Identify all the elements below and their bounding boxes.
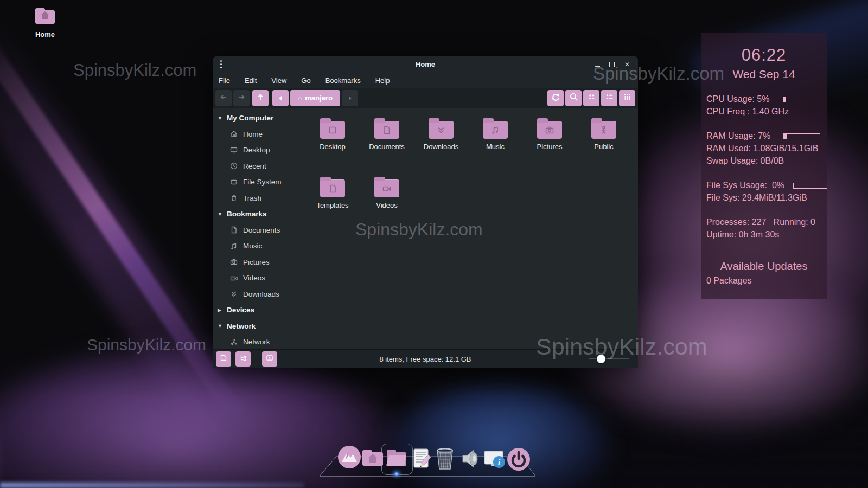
uptime-line: Uptime: 0h 3m 30s <box>706 228 827 241</box>
folder-icon <box>374 179 399 197</box>
desktop-home-shortcut[interactable]: Home <box>25 7 65 38</box>
close-icon[interactable]: ✕ <box>624 61 630 68</box>
menu-go[interactable]: Go <box>299 75 312 86</box>
sidebar-section-network[interactable]: ▼Network <box>213 318 303 335</box>
sidebar-item-desktop[interactable]: Desktop <box>213 142 303 158</box>
crumb-next-button[interactable] <box>342 90 358 106</box>
file-downloads[interactable]: Downloads <box>414 116 468 172</box>
folder-icon <box>537 121 562 139</box>
compact-view-button[interactable] <box>619 90 635 106</box>
home-icon: ⌂ <box>298 94 302 102</box>
home-folder-icon[interactable] <box>361 447 385 471</box>
breadcrumb-manjaro[interactable]: ⌂ manjaro <box>290 90 340 106</box>
file-documents[interactable]: Documents <box>360 116 414 172</box>
list-view-icon <box>605 93 614 103</box>
zoom-slider[interactable] <box>589 358 629 359</box>
menu-view[interactable]: View <box>270 75 288 86</box>
clock-date: Wed Sep 14 <box>701 68 827 81</box>
sidebar-section-devices[interactable]: ▶Devices <box>213 302 303 318</box>
power-icon[interactable] <box>506 447 530 471</box>
breadcrumb-label: manjaro <box>305 94 333 102</box>
forward-button[interactable] <box>233 90 250 106</box>
ram-usage-bar <box>783 133 820 139</box>
sidebar-item-videos[interactable]: Videos <box>213 270 303 286</box>
trash-icon <box>229 194 238 202</box>
list-view-button[interactable] <box>601 90 617 106</box>
music-icon <box>229 242 238 251</box>
up-icon <box>256 93 265 104</box>
trash-icon[interactable] <box>433 447 457 471</box>
file-desktop[interactable]: Desktop <box>305 116 360 172</box>
processes-line: Processes: 227 Running: 0 <box>706 216 827 228</box>
maximize-icon[interactable] <box>609 62 615 67</box>
file-videos[interactable]: Videos <box>360 175 414 231</box>
reload-icon <box>551 92 560 104</box>
fs-usage-bar <box>793 183 827 189</box>
desktop-icon-label: Home <box>25 30 65 38</box>
updates-count: 0 Packages <box>706 276 827 286</box>
system-info-icon[interactable]: i <box>482 447 506 471</box>
filesystem-icon <box>229 178 238 187</box>
sidebar-item-file-system[interactable]: File System <box>213 174 303 190</box>
manjaro-launcher-icon[interactable] <box>337 445 361 468</box>
grid-view-button[interactable] <box>583 90 599 106</box>
sidebar-item-home[interactable]: Home <box>213 126 303 143</box>
reload-button[interactable] <box>547 90 564 106</box>
text-editor-icon[interactable] <box>410 447 433 471</box>
menu-file[interactable]: File <box>217 75 232 86</box>
prev-crumb-icon <box>278 93 283 103</box>
sidebar-section-bookmarks[interactable]: ▼Bookmarks <box>213 206 303 222</box>
sidebar-item-trash[interactable]: Trash <box>213 190 303 207</box>
recent-icon <box>229 162 238 170</box>
sidebar-item-recent[interactable]: Recent <box>213 158 303 175</box>
chevron-right-icon: ▶ <box>218 307 222 313</box>
menu-bookmarks[interactable]: Bookmarks <box>324 75 362 86</box>
up-button[interactable] <box>252 90 269 106</box>
updates-title: Available Updates <box>701 260 827 273</box>
sidebar-item-pictures[interactable]: Pictures <box>213 254 303 271</box>
sidebar-item-network[interactable]: Network <box>213 334 303 349</box>
conky-widget: 06:22 Wed Sep 14 CPU Usage: 5% CPU Freq … <box>701 33 827 299</box>
file-view[interactable]: Desktop Documents Downloads Music Pictur… <box>303 108 638 349</box>
crumb-prev-button[interactable] <box>272 90 289 106</box>
sidebar: ▼My Computer Home Desktop Recent File Sy… <box>213 108 303 349</box>
menu-help[interactable]: Help <box>374 75 392 86</box>
clock-time: 06:22 <box>701 46 827 65</box>
chevron-down-icon: ▼ <box>218 323 222 329</box>
folder-icon <box>591 121 616 139</box>
chevron-down-icon: ▼ <box>218 211 222 217</box>
window-title: Home <box>213 60 638 68</box>
folder-icon <box>320 121 345 139</box>
volume-icon[interactable] <box>457 447 481 471</box>
menu-dots-icon[interactable] <box>220 60 222 68</box>
home-icon <box>229 130 238 138</box>
sidebar-item-music[interactable]: Music <box>213 238 303 254</box>
file-music[interactable]: Music <box>468 116 522 172</box>
file-manager-icon[interactable] <box>385 447 409 471</box>
ram-usage-line: RAM Usage: 7% <box>706 130 827 142</box>
cpu-usage-bar <box>783 97 820 102</box>
documents-icon <box>229 226 238 234</box>
chevron-down-icon: ▼ <box>218 115 222 121</box>
back-icon <box>219 93 228 104</box>
folder-icon <box>483 121 508 139</box>
menu-edit[interactable]: Edit <box>243 75 258 86</box>
sidebar-section-my-computer[interactable]: ▼My Computer <box>213 110 303 126</box>
file-templates[interactable]: Templates <box>305 175 360 231</box>
folder-icon <box>374 121 399 139</box>
titlebar[interactable]: Home ✕ <box>213 56 638 73</box>
file-pictures[interactable]: Pictures <box>522 116 577 172</box>
sidebar-item-documents[interactable]: Documents <box>213 222 303 239</box>
file-public[interactable]: Public <box>577 116 631 172</box>
minimize-icon[interactable] <box>595 62 600 67</box>
sidebar-item-downloads[interactable]: Downloads <box>213 286 303 303</box>
sidebar-resize-handle[interactable] <box>213 349 303 349</box>
network-icon <box>229 338 238 346</box>
toolbar: ⌂ manjaro <box>213 88 638 108</box>
downloads-icon <box>229 290 238 298</box>
search-button[interactable] <box>565 90 582 106</box>
dock: i <box>312 440 545 484</box>
fs-usage-line: File Sys Usage: 0% <box>706 179 827 191</box>
zoom-slider-knob[interactable] <box>597 355 605 363</box>
back-button[interactable] <box>215 90 232 106</box>
